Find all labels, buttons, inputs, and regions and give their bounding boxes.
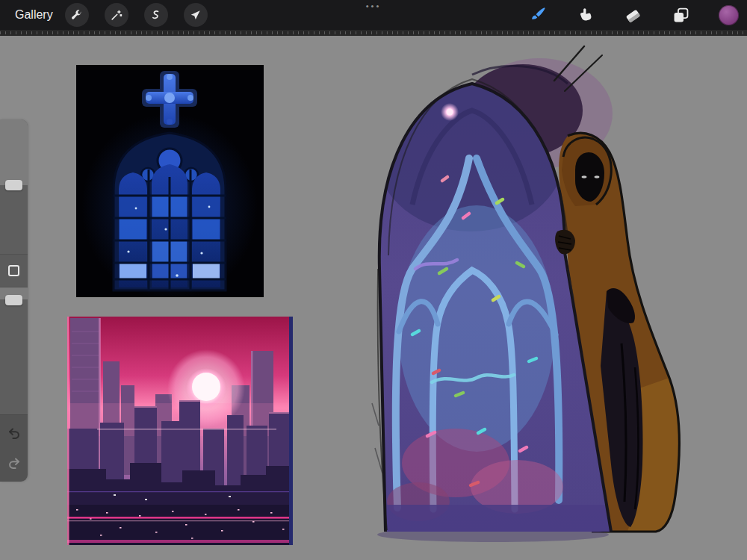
canvas-area[interactable] <box>0 36 747 560</box>
brush-size-handle[interactable] <box>5 180 22 190</box>
topbar: Gallery <box>0 0 747 30</box>
history-buttons <box>0 414 28 482</box>
wrench-icon <box>70 9 83 22</box>
modify-button[interactable] <box>0 254 28 287</box>
opacity-slider[interactable] <box>0 287 28 414</box>
smudge-tool-button[interactable] <box>574 1 596 28</box>
canvas-top-edge-strip <box>0 30 747 36</box>
smudge-finger-icon <box>576 6 595 25</box>
gothic-window <box>114 133 226 290</box>
modify-square-icon <box>8 265 19 276</box>
redo-icon <box>6 455 22 472</box>
undo-icon <box>6 426 22 442</box>
reference-stained-glass <box>76 65 264 297</box>
procreate-screen: Gallery <box>0 0 747 560</box>
brush-icon <box>527 5 547 25</box>
sidebar <box>0 119 28 482</box>
painting-window-figure <box>344 45 732 553</box>
undo-button[interactable] <box>5 425 23 443</box>
selection-button[interactable] <box>144 3 168 27</box>
paint-tool-button[interactable] <box>526 1 548 28</box>
adjustments-button[interactable] <box>105 3 128 27</box>
reference-city-sunset <box>67 317 293 545</box>
canvas-options-button[interactable]: ••• <box>366 1 382 10</box>
s-curve-icon <box>149 9 162 22</box>
paint-tools-group <box>526 0 740 30</box>
brush-size-slider[interactable] <box>0 119 28 254</box>
actions-button[interactable] <box>65 3 89 27</box>
arrow-cursor-icon <box>189 9 202 22</box>
magic-wand-icon <box>110 9 123 22</box>
opacity-handle[interactable] <box>5 295 22 305</box>
eraser-icon <box>624 6 642 25</box>
layers-button[interactable] <box>669 1 692 28</box>
redo-button[interactable] <box>5 455 23 473</box>
layers-icon <box>672 6 690 25</box>
erase-tool-button[interactable] <box>622 1 644 28</box>
transform-button[interactable] <box>184 3 208 27</box>
gallery-button[interactable]: Gallery <box>15 8 53 22</box>
color-button[interactable] <box>717 1 740 28</box>
brush-size-fill <box>0 119 28 185</box>
color-swatch-circle <box>719 5 739 25</box>
